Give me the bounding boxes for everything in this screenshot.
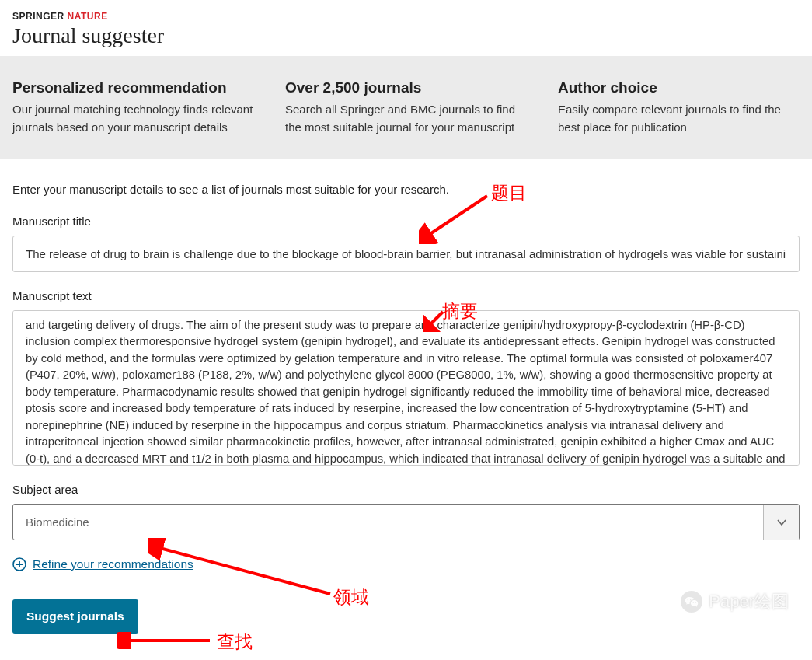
intro-text: Enter your manuscript details to see a l…	[12, 183, 800, 196]
feature-journals: Over 2,500 journals Search all Springer …	[285, 79, 527, 136]
brand-part-2: NATURE	[64, 11, 108, 22]
text-wrap	[12, 310, 800, 466]
plus-circle-icon	[12, 557, 26, 571]
text-label: Manuscript text	[12, 289, 800, 302]
site-title: Journal suggester	[12, 23, 800, 48]
watermark: Paper绘图	[681, 590, 789, 613]
subject-select[interactable]: Biomedicine	[12, 504, 800, 540]
feature-desc: Our journal matching technology finds re…	[12, 101, 254, 136]
annotation-subject: 领域	[333, 585, 369, 609]
subject-group: Subject area Biomedicine	[12, 483, 800, 540]
feature-title: Over 2,500 journals	[285, 79, 527, 96]
brand-logo: SPRINGER NATURE	[12, 11, 800, 22]
manuscript-text-input[interactable]	[13, 311, 799, 465]
feature-title: Author choice	[558, 79, 800, 96]
wechat-icon	[681, 591, 702, 613]
brand-part-1: SPRINGER	[12, 11, 64, 22]
watermark-text: Paper绘图	[709, 590, 789, 613]
refine-link[interactable]: Refine your recommendations	[33, 557, 193, 571]
feature-author-choice: Author choice Easily compare relevant jo…	[558, 79, 800, 136]
page-header: SPRINGER NATURE Journal suggester	[0, 0, 812, 56]
refine-row: Refine your recommendations	[12, 557, 800, 571]
arrow-icon	[117, 632, 216, 649]
manuscript-title-input[interactable]	[12, 236, 800, 272]
feature-desc: Search all Springer and BMC journals to …	[285, 101, 527, 136]
annotation-search: 查找	[217, 630, 253, 654]
title-group: Manuscript title	[12, 215, 800, 272]
suggest-journals-button[interactable]: Suggest journals	[12, 599, 138, 634]
feature-personalized: Personalized recommendation Our journal …	[12, 79, 254, 136]
text-group: Manuscript text	[12, 289, 800, 466]
features-bar: Personalized recommendation Our journal …	[0, 56, 812, 159]
feature-title: Personalized recommendation	[12, 79, 254, 96]
feature-desc: Easily compare relevant journals to find…	[558, 101, 800, 136]
chevron-down-icon	[763, 505, 799, 540]
main-form: Enter your manuscript details to see a l…	[0, 159, 812, 657]
title-label: Manuscript title	[12, 215, 800, 228]
subject-label: Subject area	[12, 483, 800, 496]
subject-value: Biomedicine	[13, 505, 763, 540]
